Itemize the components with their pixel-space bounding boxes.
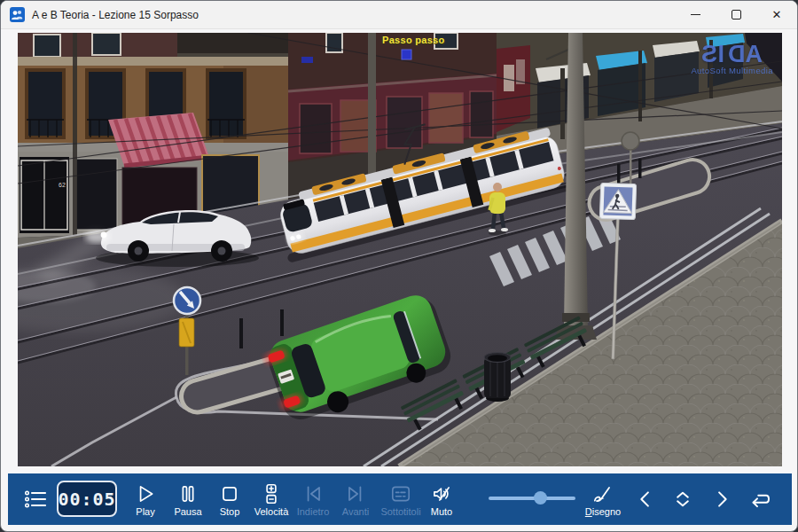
maximize-icon — [732, 10, 741, 20]
forward-button[interactable]: Avanti — [335, 473, 376, 525]
sida-logo: SIDA AutoSoft Multimedia — [691, 43, 773, 75]
app-window: A e B Teoria - Lezione 15 Sorpasso ✕ — [0, 0, 798, 532]
speed-button[interactable]: Velocità — [251, 473, 292, 525]
mute-button[interactable]: Muto — [421, 473, 462, 525]
shop-number: 62 — [59, 182, 66, 188]
app-icon — [10, 7, 25, 22]
chevron-left-icon — [633, 487, 658, 512]
list-icon — [24, 488, 47, 511]
nav-previous-button[interactable] — [628, 473, 663, 525]
video-viewport[interactable]: 62 — [18, 33, 782, 466]
scene-illustration: 62 — [18, 33, 782, 466]
scene-trash-bin — [484, 353, 511, 403]
stop-button[interactable]: Stop — [209, 473, 250, 525]
subtitles-button[interactable]: Sottotitoli — [378, 473, 424, 525]
window-title: A e B Teoria - Lezione 15 Sorpasso — [32, 9, 199, 21]
volume-slider[interactable] — [489, 473, 575, 525]
draw-icon — [591, 482, 614, 505]
volume-slider-thumb[interactable] — [534, 491, 547, 505]
chevron-right-icon — [709, 487, 734, 512]
nav-next-button[interactable] — [704, 473, 739, 525]
play-icon — [134, 482, 157, 505]
return-button[interactable] — [742, 473, 781, 525]
close-button[interactable]: ✕ — [756, 1, 797, 28]
scene-wire-pole — [368, 33, 376, 184]
title-bar: A e B Teoria - Lezione 15 Sorpasso ✕ — [1, 1, 797, 29]
timer-display: 00:05 — [57, 481, 117, 517]
marker-square — [402, 50, 411, 59]
window-controls: ✕ — [675, 1, 797, 28]
skip-forward-icon — [344, 482, 367, 505]
pause-button[interactable]: Pausa — [168, 473, 208, 525]
speed-icon — [260, 482, 283, 505]
sign-back — [622, 132, 639, 150]
skip-back-icon — [301, 482, 325, 505]
pause-icon — [176, 482, 200, 505]
sida-logo-letters: SIDA — [691, 43, 773, 65]
return-arrow-icon — [748, 486, 775, 512]
step-mode-label: Passo passo — [382, 35, 445, 45]
stop-icon — [218, 482, 241, 505]
mute-icon — [430, 482, 453, 505]
chevron-updown-icon — [670, 487, 695, 512]
minimize-icon — [691, 14, 700, 15]
minimize-button[interactable] — [675, 1, 716, 28]
maximize-button[interactable] — [716, 1, 756, 28]
volume-slider-track[interactable] — [489, 497, 575, 500]
subtitles-icon — [389, 482, 412, 505]
back-button[interactable]: Indietro — [293, 473, 333, 525]
draw-button[interactable]: Disegno — [583, 473, 623, 525]
chapters-button[interactable] — [17, 473, 54, 525]
play-button[interactable]: Play — [125, 473, 166, 525]
nav-updown-button[interactable] — [665, 473, 700, 525]
playback-toolbar: 00:05 Play Pausa Stop — [8, 473, 792, 525]
marker-square-small — [301, 57, 313, 63]
